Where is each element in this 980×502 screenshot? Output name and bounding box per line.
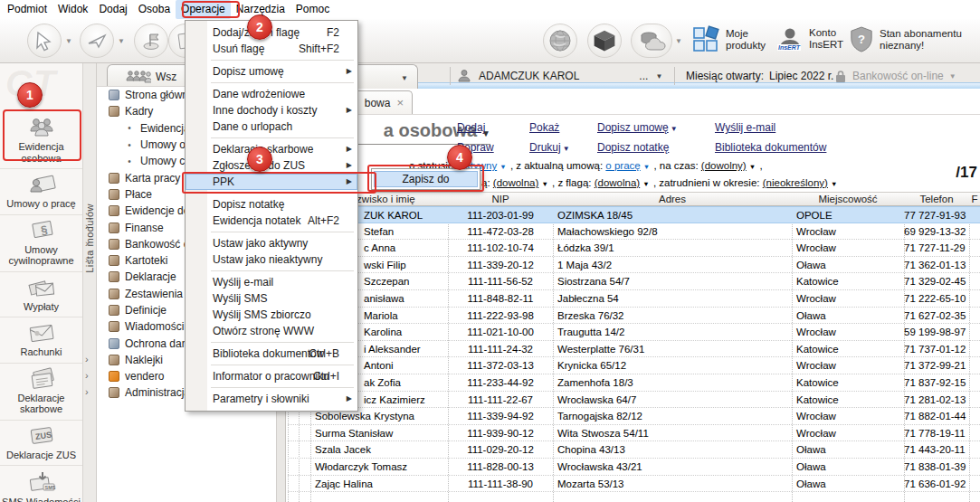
filter1-link-5[interactable]: (dowolny) bbox=[701, 160, 747, 171]
dropdown-icon[interactable]: ▼ bbox=[563, 145, 570, 153]
column-header-Telefon[interactable]: Telefon bbox=[904, 193, 969, 205]
table-row[interactable]: Szczepan111-111-56-52Siostrzana 54/7Kato… bbox=[288, 273, 980, 290]
action-dopisz-notatke[interactable]: Dopisz notatkę bbox=[597, 141, 669, 154]
menu-item-ppk[interactable]: PPK▶ bbox=[186, 174, 357, 190]
column-header-F[interactable]: F bbox=[969, 193, 980, 205]
filter-dropdown-icon[interactable]: ▼ bbox=[539, 180, 548, 188]
expand-icon[interactable]: › bbox=[85, 386, 89, 397]
table-row[interactable]: Włodarczyk Tomasz111-828-00-13Wrocławska… bbox=[288, 459, 980, 476]
person-selector[interactable]: ADAMCZUK KAROL ... ▼ bbox=[457, 63, 662, 89]
person-dropdown-icon[interactable]: ▼ bbox=[655, 72, 662, 81]
menu-item-dane-wdrozeniowe[interactable]: Dane wdrożeniowe bbox=[186, 86, 357, 102]
table-row[interactable]: Sobolewska Krystyna111-339-94-92Tarnogaj… bbox=[288, 408, 980, 425]
filter2-link-3[interactable]: (dowolna) bbox=[595, 177, 641, 188]
globe-button[interactable] bbox=[543, 24, 577, 58]
filter-dropdown-icon[interactable]: ▼ bbox=[642, 163, 651, 171]
table-row[interactable]: Antoni111-372-03-13Krynicka 65/12Wrocław… bbox=[288, 357, 980, 374]
menu-item-ustaw-jako-nieaktywny[interactable]: Ustaw jako nieaktywny bbox=[186, 251, 357, 268]
dropdown-icon[interactable]: ▼ bbox=[671, 125, 678, 133]
action-dodaj[interactable]: Dodaj bbox=[457, 121, 485, 134]
table-row[interactable]: ZUK KAROL111-203-01-99OZIMSKA 18/45OPOLE… bbox=[288, 206, 980, 223]
table-row[interactable]: Zając Halina111-111-38-90Mozarta 53/13Oł… bbox=[288, 476, 980, 493]
menu-item-usun-flage[interactable]: Usuń flagęShift+F2 bbox=[186, 41, 357, 57]
menu-item-zapisz-do[interactable]: Zapisz do bbox=[374, 171, 478, 187]
select-arrow-button[interactable] bbox=[27, 24, 62, 58]
table-row[interactable]: icz Kazimierz111-111-22-67Wrocławska 64/… bbox=[288, 392, 980, 409]
expand-icon[interactable]: › bbox=[85, 370, 89, 381]
cube-button[interactable] bbox=[587, 24, 622, 58]
menu-osoba[interactable]: Osoba bbox=[133, 0, 176, 19]
filter2-link-1[interactable]: (dowolna) bbox=[493, 177, 539, 188]
module-sms-wiadomosci-robocze[interactable]: SMSSMS Wiadomości robocze bbox=[0, 466, 82, 502]
table-row[interactable]: ak Zofia111-233-44-92Zamenhofa 18/3Katow… bbox=[288, 374, 980, 392]
filter-dropdown-icon[interactable]: ▼ bbox=[498, 163, 507, 171]
table-row[interactable]: Karolina111-021-10-00Traugutta 14/2Wrocł… bbox=[288, 324, 980, 341]
action-wyslij-email[interactable]: Wyślij e-mail bbox=[715, 121, 775, 134]
tab-close-icon[interactable]: × bbox=[396, 97, 404, 109]
table-row[interactable]: Mariola111-222-93-98Brzeska 76/32Oława71… bbox=[288, 308, 980, 325]
table-row[interactable]: i Aleksander111-111-24-32Westerplatte 76… bbox=[288, 341, 980, 358]
banking-status[interactable]: Bankowość on-line ▼ bbox=[834, 63, 956, 89]
cloud-services-button[interactable] bbox=[631, 24, 672, 58]
module-rachunki[interactable]: Rachunki bbox=[0, 317, 82, 364]
column-header-Miejscowość[interactable]: Miejscowość bbox=[792, 193, 904, 205]
menu-item-parametry-i-slowniki[interactable]: Parametry i słowniki▶ bbox=[186, 391, 357, 407]
konto-insert-button[interactable]: InsERT Konto InsERT bbox=[776, 25, 843, 52]
module-umowy-o-prace[interactable]: Umowy o pracę bbox=[0, 169, 82, 215]
banking-dropdown-icon[interactable]: ▼ bbox=[949, 72, 956, 81]
send-button[interactable] bbox=[80, 24, 114, 58]
filter-dropdown-icon[interactable]: ▼ bbox=[747, 163, 756, 171]
action-pokaz[interactable]: Pokaż bbox=[529, 121, 559, 134]
menu-operacje[interactable]: Operacje bbox=[176, 0, 231, 19]
module-ewidencja-osobowa[interactable]: Ewidencja osobowa bbox=[0, 112, 82, 169]
menu-dodaj[interactable]: Dodaj bbox=[93, 0, 132, 19]
expand-icon[interactable]: › bbox=[85, 238, 89, 249]
action-biblioteka-dokumentow[interactable]: Biblioteka dokumentów bbox=[715, 141, 826, 154]
table-row[interactable]: c Anna111-102-10-74Łódzka 39/1Wrocław71 … bbox=[288, 240, 980, 257]
module-umowy-cywilnoprawne[interactable]: §Umowy cywilnoprawne bbox=[0, 215, 82, 272]
send-dropdown-icon[interactable]: ▼ bbox=[118, 37, 125, 45]
cloud-dropdown-icon[interactable]: ▼ bbox=[675, 37, 682, 45]
menu-item-inne-dochody-i-koszty[interactable]: Inne dochody i koszty▶ bbox=[186, 102, 357, 118]
menu-item-otworz-strone-www[interactable]: Otwórz stronę WWW bbox=[186, 323, 357, 339]
menu-item-informator-o-pracowniku[interactable]: Informator o pracownikuCtrl+I bbox=[186, 368, 357, 384]
column-header-NIP[interactable]: NIP bbox=[448, 193, 553, 205]
menu-item-ewidencja-notatek[interactable]: Ewidencja notatekAlt+F2 bbox=[186, 213, 357, 229]
person-ellipsis[interactable]: ... bbox=[639, 70, 648, 82]
menu-item-wyslij-email[interactable]: Wyślij e-mail bbox=[186, 274, 357, 290]
flag-button[interactable] bbox=[134, 24, 168, 58]
action-dopisz-umowe[interactable]: Dopisz umowę▼ bbox=[597, 121, 678, 134]
filter1-link-3[interactable]: o pracę bbox=[605, 160, 640, 171]
module-deklaracje-zus[interactable]: ZUSDeklaracje ZUS bbox=[0, 421, 82, 467]
module-strip[interactable]: Lista modułów bbox=[83, 63, 97, 502]
menu-item-dopisz-umowe[interactable]: Dopisz umowę▶ bbox=[186, 63, 357, 80]
expand-icon[interactable]: › bbox=[85, 354, 89, 365]
action-drukuj[interactable]: Drukuj▼ bbox=[529, 141, 570, 154]
table-row[interactable]: wski Filip111-339-20-121 Maja 43/2Oława7… bbox=[288, 257, 980, 274]
table-row[interactable]: Szala Jacek111-029-20-12Chopina 43/13Oła… bbox=[288, 441, 980, 459]
stan-abonamentu-button[interactable]: ? Stan abonamentu nieznany! bbox=[849, 25, 962, 54]
filter-dropdown-icon[interactable]: ▼ bbox=[829, 180, 838, 188]
menu-item-wyslij-sms-zbiorczo[interactable]: Wyślij SMS zbiorczo bbox=[186, 307, 357, 323]
column-header-Adres[interactable]: Adres bbox=[553, 193, 792, 205]
menu-podmiot[interactable]: Podmiot bbox=[2, 0, 52, 19]
filter-dropdown-icon[interactable]: ▼ bbox=[641, 180, 650, 188]
expand-icon[interactable]: › bbox=[85, 221, 89, 232]
menu-item-wyslij-sms[interactable]: Wyślij SMS bbox=[186, 290, 357, 307]
expand-icon[interactable]: › bbox=[85, 254, 89, 265]
module-wyplaty[interactable]: Wypłaty bbox=[0, 272, 82, 318]
select-arrow-dropdown-icon[interactable]: ▼ bbox=[65, 37, 72, 45]
menu-widok[interactable]: Widok bbox=[52, 0, 93, 19]
menu-pomoc[interactable]: Pomoc bbox=[290, 0, 335, 19]
filter2-link-5[interactable]: (nieokreślony) bbox=[763, 177, 828, 188]
moje-produkty-button[interactable]: Moje produkty bbox=[691, 25, 766, 54]
menu-item-dopisz-notatke[interactable]: Dopisz notatkę bbox=[186, 196, 357, 213]
menu-item-dane-o-urlopach[interactable]: Dane o urlopach bbox=[186, 118, 357, 135]
table-row[interactable]: Surma Stanisław111-939-90-12Wita Stwosza… bbox=[288, 425, 980, 442]
tab-dropdown-icon[interactable]: ▼ bbox=[401, 74, 408, 82]
module-deklaracje-skarbowe[interactable]: Deklaracje skarbowe bbox=[0, 364, 82, 421]
menu-item-ustaw-jako-aktywny[interactable]: Ustaw jako aktywny bbox=[186, 235, 357, 251]
table-row[interactable]: anisława111-848-82-11Jabłeczna 54Wrocław… bbox=[288, 290, 980, 308]
table-row[interactable]: Stefan111-472-03-28Małachowskiego 92/8Wr… bbox=[288, 223, 980, 241]
menu-item-biblioteka-dokumentow[interactable]: Biblioteka dokumentówCtrl+B bbox=[186, 346, 357, 362]
